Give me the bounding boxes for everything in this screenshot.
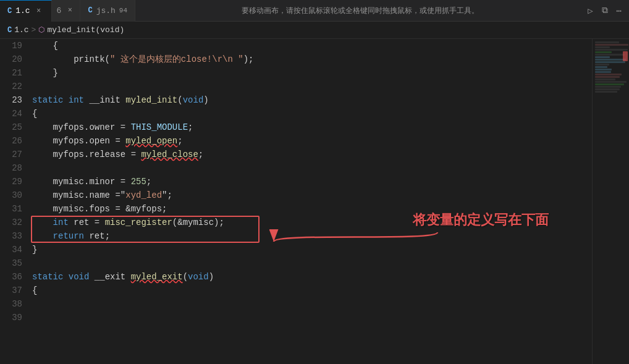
- code-line-30: mymisc.name ="xyd_led";: [32, 188, 592, 202]
- line-numbers: 1920212223242526272829303132333435363738…: [0, 39, 30, 364]
- code-line-24: {: [32, 107, 592, 121]
- code-content[interactable]: { printk(" 这个是内核层的close!\r\n "); }static…: [30, 39, 592, 364]
- split-icon[interactable]: ⧉: [599, 4, 610, 17]
- code-line-37: {: [32, 284, 592, 297]
- line-number-20: 20: [5, 53, 22, 66]
- line-number-29: 29: [5, 175, 22, 188]
- line-number-24: 24: [5, 107, 22, 121]
- line-number-34: 34: [5, 243, 22, 256]
- code-line-19: {: [32, 39, 592, 53]
- line-number-26: 26: [5, 134, 22, 148]
- line-number-39: 39: [5, 311, 22, 324]
- code-line-22: [32, 80, 592, 93]
- run-icon[interactable]: ▷: [585, 4, 595, 17]
- line-number-22: 22: [5, 80, 22, 93]
- line-number-27: 27: [5, 148, 22, 161]
- breadcrumb-sep: >: [32, 25, 36, 35]
- tab-js-h[interactable]: C js.h 94: [80, 0, 135, 22]
- minimap-content: [593, 39, 629, 96]
- code-line-34: }: [32, 243, 592, 256]
- code-line-31: mymisc.fops = &myfops;: [32, 202, 592, 216]
- code-line-33: return ret;: [32, 229, 592, 243]
- code-line-39: [32, 311, 592, 324]
- tab-1c-close[interactable]: ×: [34, 6, 44, 16]
- code-line-23: static int __init myled_init(void): [32, 93, 592, 107]
- line-number-28: 28: [5, 161, 22, 175]
- code-line-25: myfops.owner = THIS_MODULE;: [32, 121, 592, 134]
- line-number-38: 38: [5, 297, 22, 311]
- tab-6-close[interactable]: ×: [65, 6, 75, 15]
- editor-container: 1920212223242526272829303132333435363738…: [0, 39, 629, 364]
- code-line-26: myfops.open = myled_open;: [32, 134, 592, 148]
- code-line-32: int ret = misc_register(&mymisc);: [32, 216, 592, 229]
- code-line-28: [32, 161, 592, 175]
- breadcrumb-function[interactable]: myled_init(void): [47, 25, 124, 35]
- line-number-30: 30: [5, 188, 22, 202]
- code-line-21: }: [32, 66, 592, 80]
- line-number-33: 33: [5, 229, 22, 243]
- line-number-19: 19: [5, 39, 22, 53]
- breadcrumb: C 1.c > ⬡ myled_init(void): [0, 22, 629, 39]
- code-line-27: myfops.release = myled_close;: [32, 148, 592, 161]
- line-number-35: 35: [5, 256, 22, 270]
- line-number-36: 36: [5, 270, 22, 284]
- tab-h-icon: C: [88, 6, 92, 15]
- code-line-35: [32, 256, 592, 270]
- tab-1c-label: 1.c: [15, 6, 30, 15]
- breadcrumb-file-icon: C: [7, 26, 12, 35]
- code-line-38: [32, 297, 592, 311]
- line-number-23: 23: [5, 93, 22, 107]
- breadcrumb-function-icon: ⬡: [38, 25, 44, 35]
- tab-js-h-label: js.h: [96, 6, 116, 15]
- line-number-37: 37: [5, 284, 22, 297]
- tab-6[interactable]: 6 ×: [52, 0, 81, 22]
- tab-1c[interactable]: C 1.c ×: [0, 0, 52, 22]
- tab-bar-actions: ▷ ⧉ ⋯: [585, 4, 629, 17]
- code-line-29: mymisc.minor = 255;: [32, 175, 592, 188]
- code-line-20: printk(" 这个是内核层的close!\r\n ");: [32, 53, 592, 66]
- line-number-25: 25: [5, 121, 22, 134]
- breadcrumb-file[interactable]: 1.c: [14, 25, 28, 35]
- tab-bar-message: 要移动画布，请按住鼠标滚轮或全格键同时拖拽鼠标，或使用抓手工具。: [135, 6, 585, 16]
- line-number-21: 21: [5, 66, 22, 80]
- code-line-36: static void __exit myled_exit(void): [32, 270, 592, 284]
- line-number-32: 32: [5, 216, 22, 229]
- tab-6-label: 6: [57, 6, 62, 15]
- minimap: [592, 39, 629, 364]
- tab-c-icon: C: [7, 7, 12, 15]
- line-number-31: 31: [5, 202, 22, 216]
- tab-js-h-number: 94: [119, 7, 127, 14]
- minimap-highlight: [623, 51, 628, 61]
- tab-bar: C 1.c × 6 × C js.h 94 要移动画布，请按住鼠标滚轮或全格键同…: [0, 0, 629, 22]
- more-icon[interactable]: ⋯: [614, 4, 624, 17]
